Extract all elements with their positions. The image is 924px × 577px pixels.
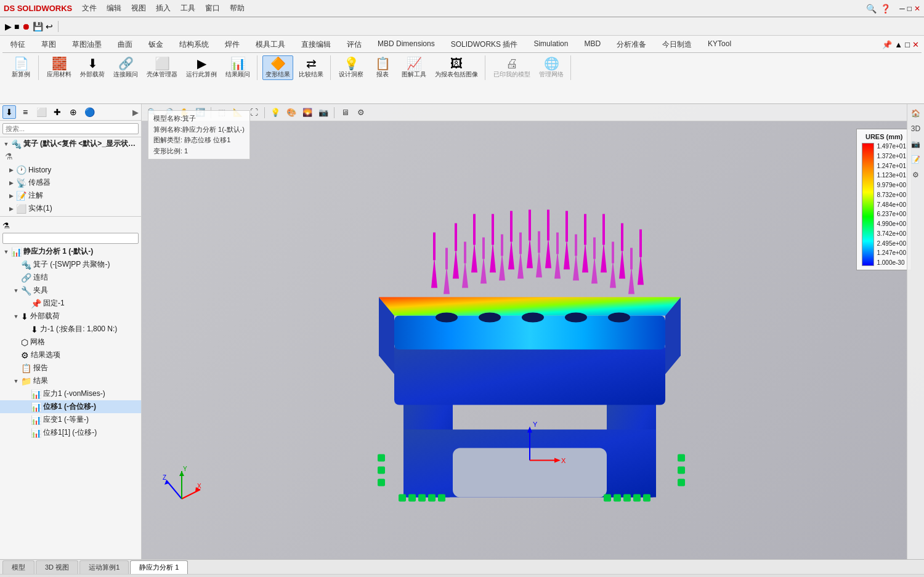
tree-item-ext-load[interactable]: ▼ ⬇ 外部载荷 [0,310,141,323]
menu-tools[interactable]: 工具 [176,2,200,15]
tree-root-item[interactable]: ▼ 🔩 箕子 (默认<复件 <默认>_显示状态 1 [0,137,141,150]
static-toggle[interactable]: ▼ [2,249,10,255]
tree-item-static-analysis[interactable]: ▼ 📊 静应力分析 1 (-默认-) [0,245,141,258]
tree-item-displacement1[interactable]: 📊 位移1 (-合位移-) [0,400,141,413]
btn-deform[interactable]: 🔶 变形结果 [262,55,293,80]
vp-home-btn[interactable]: 🏠 [909,107,923,120]
sim-search-input[interactable] [2,233,139,244]
qa-record[interactable]: ⏺ [22,22,30,31]
ribbon-minimize[interactable]: ▲ [894,40,902,49]
qa-undo[interactable]: ↩ [46,22,53,31]
tab-evaluate[interactable]: 评估 [339,37,370,52]
vp-scene-btn[interactable]: 🌄 [301,106,314,119]
tab-kytool[interactable]: KYTool [700,37,739,52]
btn-results[interactable]: 📊 结果顾问 [222,55,253,80]
menu-edit[interactable]: 编辑 [102,2,126,15]
tab-mbd[interactable]: MBD [576,37,609,52]
solid-toggle[interactable]: ▶ [7,206,15,212]
vp-3d-btn[interactable]: 3D [909,122,923,135]
tab-simulation[interactable]: Simulation [525,37,576,52]
tab-weld[interactable]: 焊件 [217,37,248,52]
tree-item-report[interactable]: 📋 报告 [0,361,141,374]
qa-stop[interactable]: ■ [14,22,19,31]
panel-icon-rect[interactable]: ⬜ [34,105,48,119]
history-toggle[interactable]: ▶ [7,167,15,173]
tree-item-stool-part[interactable]: 🔩 箕子 (-[SW]PP 共聚物-) [0,258,141,271]
tab-daily-mfg[interactable]: 今日制造 [654,37,700,52]
btn-ext-load[interactable]: ⬇ 外部载荷 [77,55,108,80]
btn-graph-tools[interactable]: 📈 图解工具 [399,55,429,80]
help-icon[interactable]: ❓ [880,4,891,14]
panel-icon-add[interactable]: ✚ [51,105,64,119]
panel-icon-circle[interactable]: 🔵 [83,105,96,119]
tree-item-mesh[interactable]: ⬡ 网格 [0,336,141,349]
vp-cog-btn[interactable]: ⚙ [909,168,923,182]
tree-item-strain1[interactable]: 📊 应变1 (-等量-) [0,413,141,426]
tab-3d-view[interactable]: 3D 视图 [36,560,78,574]
tab-motion1[interactable]: 运动算例1 [79,560,129,574]
tab-sheetmetal[interactable]: 钣金 [140,37,171,52]
btn-shell-mgr[interactable]: ⬜ 壳体管理器 [144,55,180,80]
btn-manage-network[interactable]: 🌐 管理网络 [536,55,567,80]
tab-sw-plugins[interactable]: SOLIDWORKS 插件 [443,37,526,52]
btn-compare[interactable]: ⇄ 比较结果 [296,55,326,80]
btn-report-image[interactable]: 🖼 为报表包括图像 [432,55,481,80]
tree-item-solid[interactable]: ▶ ⬜ 实体(1) [0,202,141,215]
btn-connection[interactable]: 🔗 连接顾问 [110,55,141,80]
tree-item-fixed1[interactable]: 📌 固定-1 [0,297,141,310]
fixture-toggle[interactable]: ▼ [12,288,20,294]
tab-direct-edit[interactable]: 直接编辑 [293,37,339,52]
tree-item-connection[interactable]: 🔗 连结 [0,271,141,284]
tree-item-results-folder[interactable]: ▼ 📁 结果 [0,374,141,387]
btn-report[interactable]: 📋 报表 [369,55,396,80]
tab-structure[interactable]: 结构系统 [171,37,217,52]
menu-help[interactable]: 帮助 [225,2,249,15]
annotations-toggle[interactable]: ▶ [7,193,15,199]
menu-window[interactable]: 窗口 [200,2,225,15]
panel-icon-list[interactable]: ≡ [18,105,32,119]
tree-search-input[interactable] [2,123,139,134]
search-icon[interactable]: 🔍 [866,4,877,14]
tree-item-stress1[interactable]: 📊 应力1 (-vonMises-) [0,387,141,400]
results-folder-toggle[interactable]: ▼ [12,378,20,384]
minimize-btn[interactable]: ─ [899,4,905,13]
vp-monitor-btn[interactable]: 🖥 [338,106,352,119]
tree-item-displacement1b[interactable]: 📊 位移1[1] (-位移-) [0,426,141,439]
qa-play[interactable]: ▶ [5,22,12,31]
tree-root-toggle[interactable]: ▼ [2,141,10,147]
panel-icon-target[interactable]: ⊕ [67,105,80,119]
tree-item-history[interactable]: ▶ 🕐 History [0,164,141,176]
tree-item-fixture[interactable]: ▼ 🔧 夹具 [0,284,141,297]
tab-static-analysis[interactable]: 静应力分析 1 [130,560,188,574]
vp-settings-btn[interactable]: ⚙ [354,106,368,119]
menu-insert[interactable]: 插入 [151,2,176,15]
tab-surface[interactable]: 曲面 [110,37,140,52]
tree-item-result-options[interactable]: ⚙ 结果选项 [0,349,141,361]
panel-expand-arrow[interactable]: ▶ [132,108,139,117]
btn-printed-model[interactable]: 🖨 已印我的模型 [490,55,533,80]
ribbon-maximize[interactable]: □ [905,40,910,49]
vp-note-btn[interactable]: 📝 [909,153,923,166]
tree-item-annotations[interactable]: ▶ 📝 注解 [0,189,141,202]
btn-new-study[interactable]: 📄 新算例 [7,55,34,80]
vp-appearance-btn[interactable]: 🎨 [285,106,298,119]
tab-mbd-dim[interactable]: MBD Dimensions [370,37,443,52]
vp-lights-btn[interactable]: 💡 [269,106,282,119]
tab-features[interactable]: 特征 [2,37,33,52]
tab-sketch-tools[interactable]: 草图油墨 [64,37,110,52]
qa-save[interactable]: 💾 [33,22,43,31]
sensors-toggle[interactable]: ▶ [7,180,15,186]
maximize-btn[interactable]: □ [907,4,912,13]
menu-view[interactable]: 视图 [126,2,151,15]
vp-photo-btn[interactable]: 📷 [909,137,923,151]
tab-analysis-prep[interactable]: 分析准备 [609,37,654,52]
tab-mold[interactable]: 模具工具 [248,37,293,52]
btn-apply-material[interactable]: 🧱 应用材料 [44,55,75,80]
btn-run-study[interactable]: ▶ 运行此算例 [183,55,220,80]
btn-design-insight[interactable]: 💡 设计洞察 [336,55,367,80]
tab-model[interactable]: 模型 [2,560,34,574]
tab-sketch[interactable]: 草图 [33,37,64,52]
viewport[interactable]: 🔍 🔎 ✋ 🔄 ⬚ 📐 ⛶ 💡 🎨 🌄 📷 🖥 ⚙ 模型名称:箕子 算例名称:静… [142,104,924,559]
tree-item-sensors[interactable]: ▶ 📡 传感器 [0,176,141,189]
panel-icon-filter[interactable]: ⬇ [2,105,16,119]
